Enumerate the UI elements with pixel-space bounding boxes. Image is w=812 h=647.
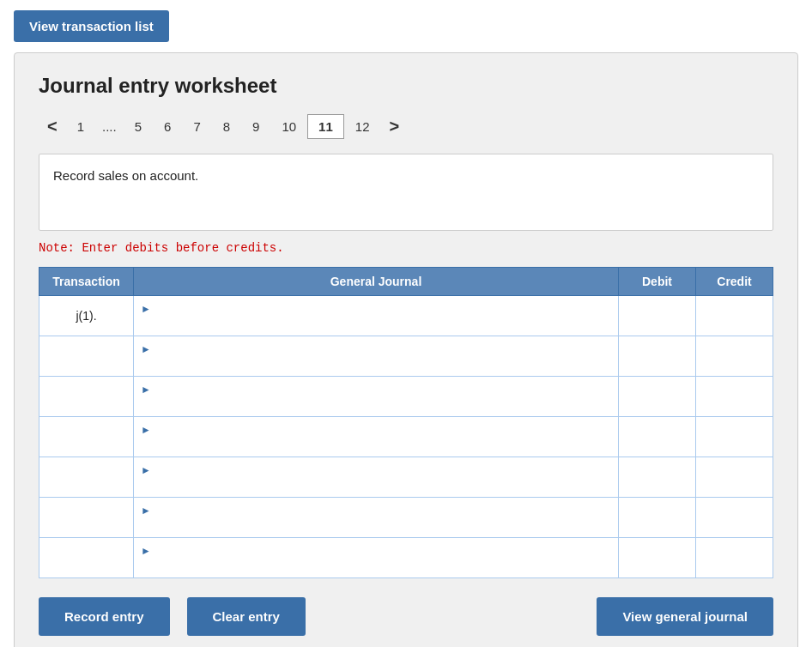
journal-input-7[interactable] xyxy=(141,559,611,572)
journal-input-3[interactable] xyxy=(141,397,611,411)
description-text: Record sales on account. xyxy=(53,168,198,183)
page-10[interactable]: 10 xyxy=(270,114,307,139)
transaction-cell-4 xyxy=(39,417,134,457)
transaction-cell-7 xyxy=(39,538,134,578)
transaction-cell-1: j(1). xyxy=(39,296,134,336)
debit-cell-6[interactable] xyxy=(619,498,696,538)
table-row: ► xyxy=(39,538,773,578)
transaction-cell-5 xyxy=(39,457,134,498)
credit-input-3[interactable] xyxy=(703,390,766,403)
debit-cell-7[interactable] xyxy=(619,538,696,578)
credit-cell-7[interactable] xyxy=(696,538,773,578)
header-debit: Debit xyxy=(619,268,696,296)
header-transaction: Transaction xyxy=(39,268,134,296)
credit-input-4[interactable] xyxy=(703,430,766,444)
journal-cell-5[interactable]: ► xyxy=(134,457,619,498)
clear-entry-button[interactable]: Clear entry xyxy=(187,597,306,636)
debit-cell-3[interactable] xyxy=(619,377,696,417)
credit-input-2[interactable] xyxy=(703,349,766,363)
bottom-buttons: Record entry Clear entry View general jo… xyxy=(39,597,773,636)
journal-input-1[interactable] xyxy=(141,317,611,330)
view-transaction-button[interactable]: View transaction list xyxy=(14,10,169,42)
debit-input-1[interactable] xyxy=(626,309,688,323)
table-row: ► xyxy=(39,336,773,377)
credit-input-7[interactable] xyxy=(703,551,766,565)
worksheet-title: Journal entry worksheet xyxy=(39,74,773,98)
page-8[interactable]: 8 xyxy=(212,114,241,139)
record-entry-button[interactable]: Record entry xyxy=(39,597,170,636)
transaction-cell-3 xyxy=(39,377,134,417)
credit-input-1[interactable] xyxy=(703,309,766,323)
credit-cell-6[interactable] xyxy=(696,498,773,538)
page-11-active[interactable]: 11 xyxy=(307,114,344,139)
credit-cell-2[interactable] xyxy=(696,336,773,377)
debit-input-4[interactable] xyxy=(626,430,688,444)
debit-input-2[interactable] xyxy=(626,349,688,363)
credit-cell-5[interactable] xyxy=(696,457,773,498)
journal-cell-7[interactable]: ► xyxy=(134,538,619,578)
debit-cell-1[interactable] xyxy=(619,296,696,336)
journal-table: Transaction General Journal Debit Credit… xyxy=(39,267,773,578)
page-1[interactable]: 1 xyxy=(66,114,95,139)
main-container: Journal entry worksheet < 1 .... 5 6 7 8… xyxy=(14,52,798,647)
debit-input-5[interactable] xyxy=(626,470,688,484)
debit-input-3[interactable] xyxy=(626,390,688,403)
debit-cell-2[interactable] xyxy=(619,336,696,377)
page-ellipsis: .... xyxy=(95,115,124,138)
credit-cell-3[interactable] xyxy=(696,377,773,417)
credit-cell-4[interactable] xyxy=(696,417,773,457)
debit-input-7[interactable] xyxy=(626,551,688,565)
prev-page-button[interactable]: < xyxy=(39,113,66,140)
note-text: Note: Enter debits before credits. xyxy=(39,241,773,255)
transaction-cell-6 xyxy=(39,498,134,538)
journal-input-5[interactable] xyxy=(141,478,611,492)
header-general-journal: General Journal xyxy=(134,268,619,296)
table-row: ► xyxy=(39,417,773,457)
page-9[interactable]: 9 xyxy=(241,114,270,139)
arrow-icon-1: ► xyxy=(141,303,151,315)
journal-cell-4[interactable]: ► xyxy=(134,417,619,457)
journal-input-6[interactable] xyxy=(141,518,611,532)
next-page-button[interactable]: > xyxy=(380,113,408,140)
table-header-row: Transaction General Journal Debit Credit xyxy=(39,268,773,296)
journal-input-2[interactable] xyxy=(141,357,611,371)
table-row: ► xyxy=(39,498,773,538)
table-row: j(1). ► xyxy=(39,296,773,336)
arrow-icon-5: ► xyxy=(141,464,151,476)
page-5[interactable]: 5 xyxy=(124,114,153,139)
debit-input-6[interactable] xyxy=(626,511,688,524)
transaction-cell-2 xyxy=(39,336,134,377)
page-12[interactable]: 12 xyxy=(344,114,381,139)
table-row: ► xyxy=(39,377,773,417)
arrow-icon-2: ► xyxy=(141,343,151,355)
arrow-icon-4: ► xyxy=(141,424,151,436)
journal-cell-2[interactable]: ► xyxy=(134,336,619,377)
journal-cell-1[interactable]: ► xyxy=(134,296,619,336)
journal-cell-3[interactable]: ► xyxy=(134,377,619,417)
view-general-journal-button[interactable]: View general journal xyxy=(597,597,773,636)
debit-cell-5[interactable] xyxy=(619,457,696,498)
page-6[interactable]: 6 xyxy=(153,114,182,139)
arrow-icon-3: ► xyxy=(141,384,151,396)
pagination: < 1 .... 5 6 7 8 9 10 11 12 > xyxy=(39,113,773,140)
credit-input-6[interactable] xyxy=(703,511,766,524)
table-row: ► xyxy=(39,457,773,498)
journal-cell-6[interactable]: ► xyxy=(134,498,619,538)
header-credit: Credit xyxy=(696,268,773,296)
top-bar: View transaction list xyxy=(0,0,812,52)
description-box: Record sales on account. xyxy=(39,154,773,231)
page-7[interactable]: 7 xyxy=(182,114,211,139)
debit-cell-4[interactable] xyxy=(619,417,696,457)
arrow-icon-6: ► xyxy=(141,505,151,517)
journal-input-4[interactable] xyxy=(141,438,611,451)
credit-input-5[interactable] xyxy=(703,470,766,484)
credit-cell-1[interactable] xyxy=(696,296,773,336)
arrow-icon-7: ► xyxy=(141,545,151,557)
